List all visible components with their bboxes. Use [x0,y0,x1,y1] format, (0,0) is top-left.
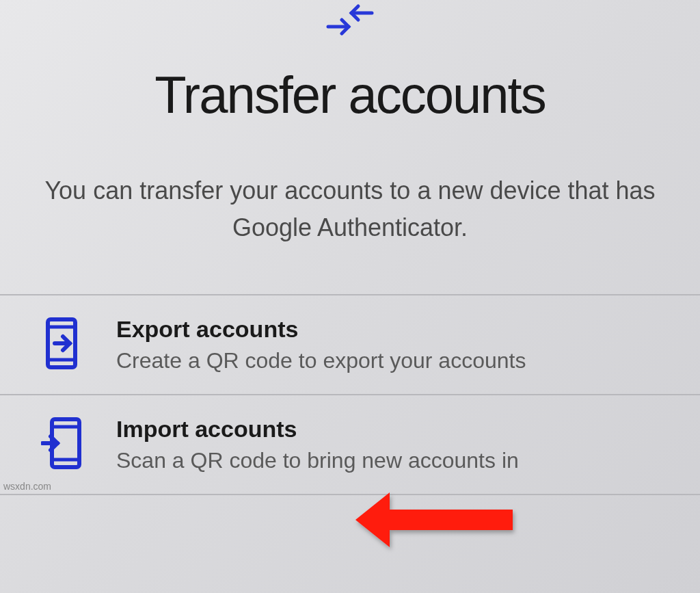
page-title: Transfer accounts [0,65,700,124]
transfer-arrows-icon [0,0,700,65]
import-subtitle: Scan a QR code to bring new accounts in [116,448,666,473]
export-title: Export accounts [116,316,666,343]
page-description: You can transfer your accounts to a new … [0,172,700,246]
export-accounts-option[interactable]: Export accounts Create a QR code to expo… [0,295,700,395]
phone-import-icon [41,416,89,473]
import-title: Import accounts [116,416,666,443]
export-subtitle: Create a QR code to export your accounts [116,348,666,373]
watermark: wsxdn.com [3,481,51,492]
options-list: Export accounts Create a QR code to expo… [0,294,700,495]
import-accounts-option[interactable]: Import accounts Scan a QR code to bring … [0,395,700,495]
phone-export-icon [41,316,89,373]
